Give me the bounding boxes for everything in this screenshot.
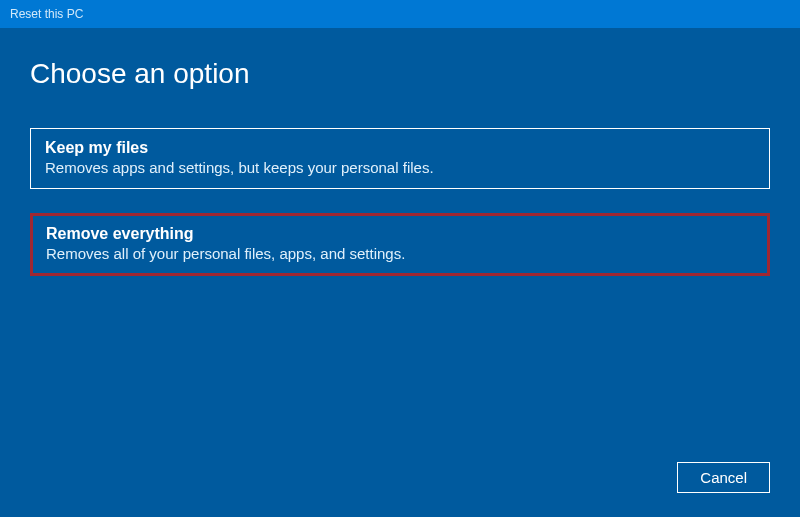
option-title: Remove everything	[46, 225, 754, 243]
footer: Cancel	[677, 462, 770, 493]
option-description: Removes apps and settings, but keeps you…	[45, 159, 755, 176]
window-title: Reset this PC	[10, 7, 83, 21]
option-title: Keep my files	[45, 139, 755, 157]
option-remove-everything[interactable]: Remove everything Removes all of your pe…	[30, 213, 770, 276]
content-area: Choose an option Keep my files Removes a…	[0, 28, 800, 276]
titlebar: Reset this PC	[0, 0, 800, 28]
cancel-button[interactable]: Cancel	[677, 462, 770, 493]
page-title: Choose an option	[30, 58, 770, 90]
option-description: Removes all of your personal files, apps…	[46, 245, 754, 262]
option-keep-my-files[interactable]: Keep my files Removes apps and settings,…	[30, 128, 770, 189]
